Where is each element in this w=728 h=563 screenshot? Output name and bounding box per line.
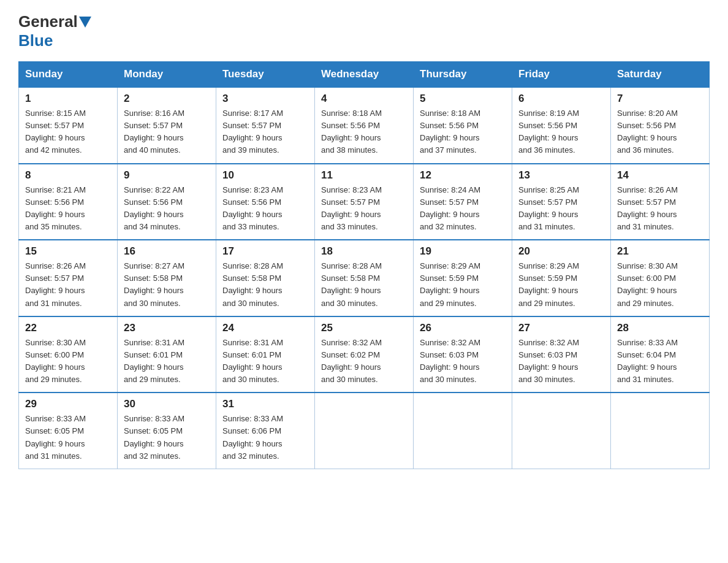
calendar-cell: 1Sunrise: 8:15 AMSunset: 5:57 PMDaylight… [19, 87, 118, 164]
day-number: 9 [124, 169, 210, 182]
calendar-cell: 25Sunrise: 8:32 AMSunset: 6:02 PMDayligh… [315, 316, 414, 393]
logo: General Blue [18, 12, 93, 50]
calendar-cell: 31Sunrise: 8:33 AMSunset: 6:06 PMDayligh… [216, 393, 315, 469]
calendar-cell [414, 393, 512, 469]
calendar-week-row: 1Sunrise: 8:15 AMSunset: 5:57 PMDaylight… [19, 87, 710, 164]
day-info: Sunrise: 8:32 AMSunset: 6:03 PMDaylight:… [518, 337, 604, 386]
column-header-thursday: Thursday [414, 62, 512, 88]
day-info: Sunrise: 8:25 AMSunset: 5:57 PMDaylight:… [518, 184, 604, 234]
calendar-cell: 18Sunrise: 8:28 AMSunset: 5:58 PMDayligh… [315, 240, 414, 316]
day-number: 26 [420, 322, 506, 334]
calendar-cell: 23Sunrise: 8:31 AMSunset: 6:01 PMDayligh… [118, 316, 216, 393]
day-number: 22 [25, 322, 111, 334]
day-info: Sunrise: 8:17 AMSunset: 5:57 PMDaylight:… [222, 107, 308, 157]
calendar-cell: 9Sunrise: 8:22 AMSunset: 5:56 PMDaylight… [118, 164, 216, 240]
day-info: Sunrise: 8:23 AMSunset: 5:56 PMDaylight:… [222, 184, 308, 234]
calendar-cell: 28Sunrise: 8:33 AMSunset: 6:04 PMDayligh… [611, 316, 710, 393]
calendar-cell [512, 393, 611, 469]
day-info: Sunrise: 8:28 AMSunset: 5:58 PMDaylight:… [321, 260, 407, 310]
day-info: Sunrise: 8:24 AMSunset: 5:57 PMDaylight:… [420, 184, 506, 234]
day-info: Sunrise: 8:21 AMSunset: 5:56 PMDaylight:… [25, 184, 111, 234]
calendar-cell: 6Sunrise: 8:19 AMSunset: 5:56 PMDaylight… [512, 87, 611, 164]
day-number: 21 [617, 245, 703, 258]
day-number: 1 [25, 93, 111, 105]
day-info: Sunrise: 8:19 AMSunset: 5:56 PMDaylight:… [518, 107, 604, 157]
calendar-week-row: 22Sunrise: 8:30 AMSunset: 6:00 PMDayligh… [19, 316, 710, 393]
day-info: Sunrise: 8:23 AMSunset: 5:57 PMDaylight:… [321, 184, 407, 234]
calendar-week-row: 29Sunrise: 8:33 AMSunset: 6:05 PMDayligh… [19, 393, 710, 469]
day-number: 18 [321, 245, 407, 258]
calendar-cell: 12Sunrise: 8:24 AMSunset: 5:57 PMDayligh… [414, 164, 512, 240]
day-info: Sunrise: 8:31 AMSunset: 6:01 PMDaylight:… [222, 337, 308, 386]
column-header-monday: Monday [118, 62, 216, 88]
day-info: Sunrise: 8:33 AMSunset: 6:05 PMDaylight:… [25, 413, 111, 462]
calendar-cell: 17Sunrise: 8:28 AMSunset: 5:58 PMDayligh… [216, 240, 315, 316]
day-info: Sunrise: 8:33 AMSunset: 6:06 PMDaylight:… [222, 413, 308, 462]
page-header: General Blue [18, 12, 710, 50]
day-number: 16 [124, 245, 210, 258]
day-info: Sunrise: 8:18 AMSunset: 5:56 PMDaylight:… [321, 107, 407, 157]
calendar-cell: 16Sunrise: 8:27 AMSunset: 5:58 PMDayligh… [118, 240, 216, 316]
calendar-cell: 26Sunrise: 8:32 AMSunset: 6:03 PMDayligh… [414, 316, 512, 393]
day-info: Sunrise: 8:33 AMSunset: 6:04 PMDaylight:… [617, 337, 703, 386]
day-number: 13 [518, 169, 604, 182]
day-info: Sunrise: 8:31 AMSunset: 6:01 PMDaylight:… [124, 337, 210, 386]
day-number: 11 [321, 169, 407, 182]
logo-general-text: General [18, 12, 78, 31]
calendar-cell: 3Sunrise: 8:17 AMSunset: 5:57 PMDaylight… [216, 87, 315, 164]
day-number: 12 [420, 169, 506, 182]
calendar-table: SundayMondayTuesdayWednesdayThursdayFrid… [18, 61, 710, 469]
calendar-cell: 13Sunrise: 8:25 AMSunset: 5:57 PMDayligh… [512, 164, 611, 240]
logo-blue-text: Blue [18, 31, 53, 50]
calendar-cell [315, 393, 414, 469]
day-number: 10 [222, 169, 308, 182]
day-number: 4 [321, 93, 407, 105]
calendar-cell: 24Sunrise: 8:31 AMSunset: 6:01 PMDayligh… [216, 316, 315, 393]
day-number: 24 [222, 322, 308, 334]
column-header-tuesday: Tuesday [216, 62, 315, 88]
calendar-cell: 19Sunrise: 8:29 AMSunset: 5:59 PMDayligh… [414, 240, 512, 316]
day-info: Sunrise: 8:26 AMSunset: 5:57 PMDaylight:… [617, 184, 703, 234]
calendar-cell: 5Sunrise: 8:18 AMSunset: 5:56 PMDaylight… [414, 87, 512, 164]
calendar-cell: 8Sunrise: 8:21 AMSunset: 5:56 PMDaylight… [19, 164, 118, 240]
day-number: 19 [420, 245, 506, 258]
calendar-cell: 15Sunrise: 8:26 AMSunset: 5:57 PMDayligh… [19, 240, 118, 316]
calendar-cell: 14Sunrise: 8:26 AMSunset: 5:57 PMDayligh… [611, 164, 710, 240]
day-number: 28 [617, 322, 703, 334]
calendar-cell: 7Sunrise: 8:20 AMSunset: 5:56 PMDaylight… [611, 87, 710, 164]
calendar-header-row: SundayMondayTuesdayWednesdayThursdayFrid… [19, 62, 710, 88]
calendar-cell: 10Sunrise: 8:23 AMSunset: 5:56 PMDayligh… [216, 164, 315, 240]
calendar-cell: 2Sunrise: 8:16 AMSunset: 5:57 PMDaylight… [118, 87, 216, 164]
day-number: 8 [25, 169, 111, 182]
calendar-cell: 4Sunrise: 8:18 AMSunset: 5:56 PMDaylight… [315, 87, 414, 164]
column-header-sunday: Sunday [19, 62, 118, 88]
calendar-week-row: 8Sunrise: 8:21 AMSunset: 5:56 PMDaylight… [19, 164, 710, 240]
day-info: Sunrise: 8:18 AMSunset: 5:56 PMDaylight:… [420, 107, 506, 157]
day-info: Sunrise: 8:28 AMSunset: 5:58 PMDaylight:… [222, 260, 308, 310]
column-header-saturday: Saturday [611, 62, 710, 88]
day-number: 7 [617, 93, 703, 105]
day-info: Sunrise: 8:30 AMSunset: 6:00 PMDaylight:… [25, 337, 111, 386]
calendar-cell: 11Sunrise: 8:23 AMSunset: 5:57 PMDayligh… [315, 164, 414, 240]
calendar-cell: 21Sunrise: 8:30 AMSunset: 6:00 PMDayligh… [611, 240, 710, 316]
day-number: 3 [222, 93, 308, 105]
day-info: Sunrise: 8:16 AMSunset: 5:57 PMDaylight:… [124, 107, 210, 157]
day-number: 27 [518, 322, 604, 334]
day-info: Sunrise: 8:33 AMSunset: 6:05 PMDaylight:… [124, 413, 210, 462]
calendar-cell: 27Sunrise: 8:32 AMSunset: 6:03 PMDayligh… [512, 316, 611, 393]
day-info: Sunrise: 8:30 AMSunset: 6:00 PMDaylight:… [617, 260, 703, 310]
day-info: Sunrise: 8:22 AMSunset: 5:56 PMDaylight:… [124, 184, 210, 234]
day-info: Sunrise: 8:29 AMSunset: 5:59 PMDaylight:… [420, 260, 506, 310]
day-number: 15 [25, 245, 111, 258]
logo-triangle-icon [79, 17, 91, 28]
day-number: 29 [25, 398, 111, 410]
day-info: Sunrise: 8:32 AMSunset: 6:02 PMDaylight:… [321, 337, 407, 386]
day-number: 23 [124, 322, 210, 334]
day-number: 2 [124, 93, 210, 105]
day-info: Sunrise: 8:26 AMSunset: 5:57 PMDaylight:… [25, 260, 111, 310]
day-number: 30 [124, 398, 210, 410]
day-number: 17 [222, 245, 308, 258]
calendar-week-row: 15Sunrise: 8:26 AMSunset: 5:57 PMDayligh… [19, 240, 710, 316]
day-info: Sunrise: 8:20 AMSunset: 5:56 PMDaylight:… [617, 107, 703, 157]
day-info: Sunrise: 8:15 AMSunset: 5:57 PMDaylight:… [25, 107, 111, 157]
